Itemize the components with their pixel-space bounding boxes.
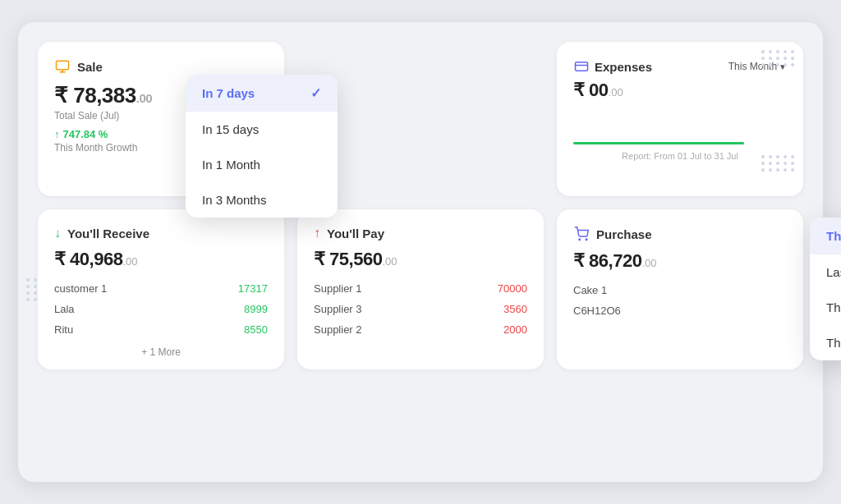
dropdown-item-3months[interactable]: In 3 Months <box>186 182 338 218</box>
dropdown-item-thismonth[interactable]: This Month ✓ <box>810 218 841 254</box>
more-link[interactable]: + 1 More <box>54 346 268 358</box>
purchase-amount: ₹ 86,720.00 <box>573 250 787 272</box>
purchase-title: Purchase <box>596 227 652 241</box>
check-icon-7days: ✓ <box>310 85 321 101</box>
expenses-amount: ₹ 00.00 <box>573 80 787 101</box>
main-container: Sale ₹ 78,383.00 Total Sale (Jul) ↑ 747.… <box>18 22 823 482</box>
dropdown-item-thisyear[interactable]: This year <box>810 325 841 360</box>
list-item: Ritu 8550 <box>54 319 268 340</box>
receive-amount: ₹ 40,968.00 <box>54 249 268 270</box>
svg-rect-0 <box>57 61 69 70</box>
svg-point-9 <box>586 239 587 241</box>
expenses-line <box>573 142 744 144</box>
pay-list: Supplier 1 70000 Supplier 3 3560 Supplie… <box>314 278 527 340</box>
expenses-report: Report: From 01 Jul to 31 Jul <box>573 151 787 161</box>
list-item: Supplier 3 3560 <box>314 299 527 319</box>
list-item: C6H12O6 <box>573 300 787 321</box>
pay-header: ↑ You'll Pay <box>314 226 527 241</box>
dropdown-item-thisquarter[interactable]: This Quarter <box>810 290 841 325</box>
dot-pattern-receive-left <box>26 278 38 301</box>
list-item: Lala 8999 <box>54 299 268 319</box>
pay-card: ↑ You'll Pay ₹ 75,560.00 Supplier 1 7000… <box>297 209 544 369</box>
list-item: Supplier 2 2000 <box>314 319 527 340</box>
sale-growth: ↑ 747.84 % <box>54 128 186 140</box>
sale-dropdown[interactable]: In 7 days ✓ In 15 days In 1 Month In 3 M… <box>186 75 338 218</box>
sale-icon <box>54 58 71 75</box>
dashboard-grid: Sale ₹ 78,383.00 Total Sale (Jul) ↑ 747.… <box>38 42 803 369</box>
pay-arrow-icon: ↑ <box>314 226 320 241</box>
receive-card: ↓ You'll Receive ₹ 40,968.00 customer 1 … <box>38 209 284 369</box>
sale-title: Sale <box>77 60 103 74</box>
expenses-icon <box>573 58 590 75</box>
list-item: Supplier 1 70000 <box>314 278 527 299</box>
sale-left: ₹ 78,383.00 Total Sale (Jul) ↑ 747.84 % … <box>54 83 186 153</box>
dropdown-item-lastmonth[interactable]: Last Month <box>810 254 841 290</box>
expenses-title: Expenses <box>595 60 652 74</box>
dot-pattern-expenses-tr <box>761 50 795 66</box>
sale-card-header: Sale <box>54 58 268 75</box>
pay-amount: ₹ 75,560.00 <box>314 249 527 270</box>
list-item: customer 1 17317 <box>54 278 268 299</box>
sale-amount: ₹ 78,383.00 <box>54 83 186 108</box>
growth-arrow: ↑ <box>54 128 60 140</box>
sale-sub-label: Total Sale (Jul) <box>54 110 186 121</box>
receive-header: ↓ You'll Receive <box>54 226 268 241</box>
dropdown-item-7days[interactable]: In 7 days ✓ <box>186 75 338 112</box>
dropdown-item-15days[interactable]: In 15 days <box>186 112 338 147</box>
receive-title: You'll Receive <box>67 227 149 241</box>
dropdown-item-1month[interactable]: In 1 Month <box>186 147 338 182</box>
growth-label: This Month Growth <box>54 142 186 153</box>
purchase-card: Purchase ₹ 86,720.00 Cake 1 C6H12O6 This… <box>557 209 803 369</box>
expenses-header: Expenses This Month ▼ <box>573 58 787 75</box>
list-item: Cake 1 <box>573 280 787 300</box>
receive-list: customer 1 17317 Lala 8999 Ritu 8550 <box>54 278 268 340</box>
svg-rect-6 <box>576 62 588 71</box>
svg-point-8 <box>579 239 581 241</box>
purchase-header: Purchase <box>573 226 787 242</box>
receive-arrow-icon: ↓ <box>54 226 61 241</box>
pay-title: You'll Pay <box>327 227 384 241</box>
expenses-title-group: Expenses <box>573 58 652 75</box>
sale-card: Sale ₹ 78,383.00 Total Sale (Jul) ↑ 747.… <box>38 42 284 196</box>
expenses-card: Expenses This Month ▼ ₹ 00.00 Report: Fr… <box>557 42 803 196</box>
purchase-icon <box>573 226 590 242</box>
dot-pattern-expenses-br <box>761 155 795 172</box>
purchase-list: Cake 1 C6H12O6 <box>573 280 787 321</box>
purchase-dropdown[interactable]: This Month ✓ Last Month This Quarter Thi… <box>810 218 841 360</box>
